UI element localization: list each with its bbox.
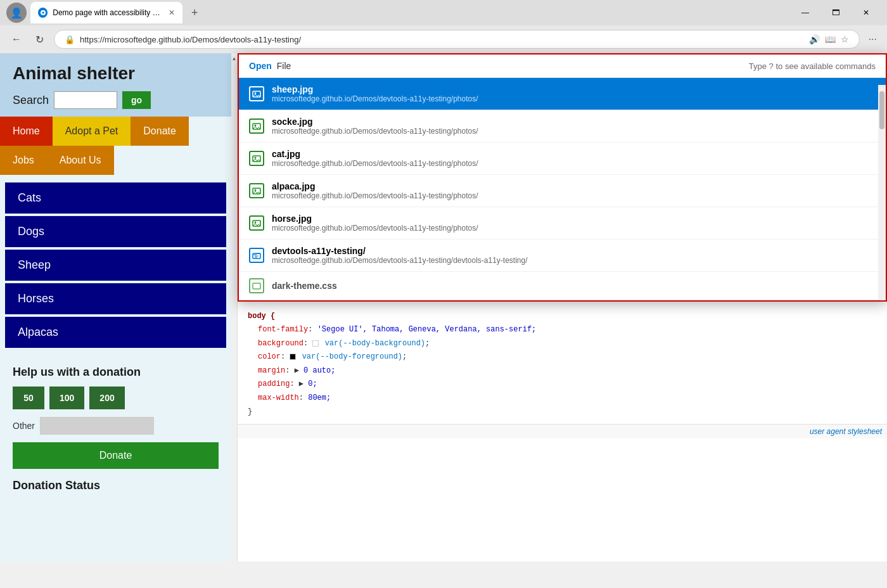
other-label: Other [13, 421, 35, 431]
prop-color: color [258, 352, 281, 361]
amount-200[interactable]: 200 [89, 387, 124, 409]
animal-alpacas[interactable]: Alpacas [5, 317, 226, 348]
val-background: var(--body-background) [325, 339, 425, 348]
url-icons: 🔊 📖 ☆ [809, 34, 849, 44]
nav-donate[interactable]: Donate [131, 117, 189, 146]
address-bar: ← ↻ 🔒 https://microsoftedge.github.io/De… [0, 25, 887, 53]
cat-file-path: microsoftedge.github.io/Demos/devtools-a… [272, 159, 478, 168]
tab-title: Demo page with accessibility issu [53, 8, 161, 17]
profile-icon[interactable]: 👤 [6, 3, 27, 23]
main-area: Animal shelter Search go Home Adopt a Pe… [0, 53, 887, 561]
scrollbar-thumb[interactable] [879, 91, 884, 129]
svg-point-4 [255, 125, 257, 127]
animal-dogs[interactable]: Dogs [5, 216, 226, 247]
file-item-horse[interactable]: horse.jpg microsoftedge.github.io/Demos/… [239, 207, 886, 240]
file-label: File [277, 61, 291, 71]
alpaca-file-info: alpaca.jpg microsoftedge.github.io/Demos… [272, 181, 478, 200]
val-margin: 0 auto; [303, 366, 335, 375]
style-margin: margin: ▶ 0 auto; [258, 364, 877, 378]
file-item-devtools-folder[interactable]: devtools-a11y-testing/ microsoftedge.git… [239, 240, 886, 272]
svg-rect-14 [253, 283, 260, 289]
sheep-file-icon [249, 86, 264, 101]
donate-button[interactable]: Donate [13, 442, 219, 469]
nav-menu: Home Adopt a Pet Donate Jobs About Us [0, 117, 231, 175]
file-item-sheep[interactable]: sheep.jpg microsoftedge.github.io/Demos/… [239, 78, 886, 110]
close-button[interactable]: ✕ [852, 3, 881, 22]
back-button[interactable]: ← [8, 31, 25, 48]
socke-file-path: microsoftedge.github.io/Demos/devtools-a… [272, 127, 478, 136]
devtools-folder-name: devtools-a11y-testing/ [272, 246, 528, 256]
amount-50[interactable]: 50 [13, 387, 44, 409]
maximize-button[interactable]: 🗖 [821, 3, 850, 22]
margin-arrow: ▶ [295, 364, 299, 378]
url-bar[interactable]: 🔒 https://microsoftedge.github.io/Demos/… [54, 30, 860, 49]
animal-horses[interactable]: Horses [5, 283, 226, 314]
devtools-panel: ↖ 📱 ⌂ </> Elements ⊡ ⚙ 📡 ⏱ 🔧 ⬜ + ⋯ ? ✕ <… [238, 53, 887, 561]
donation-section: Help us with a donation 50 100 200 Other… [0, 355, 231, 479]
donation-status-section: Donation Status [0, 479, 231, 502]
refresh-button[interactable]: ↻ [32, 31, 48, 48]
active-tab[interactable]: Demo page with accessibility issu ✕ [30, 2, 182, 23]
nav-home[interactable]: Home [0, 117, 53, 146]
socke-file-icon [249, 118, 264, 134]
search-input[interactable] [54, 91, 117, 109]
open-file-hint: Type ? to see available commands [749, 61, 876, 71]
read-aloud-icon[interactable]: 🔊 [809, 34, 820, 44]
other-amount-input[interactable] [40, 417, 154, 435]
svg-point-10 [255, 222, 257, 224]
overlay-scrollbar[interactable] [878, 85, 886, 300]
prop-font-family: font-family [258, 325, 308, 334]
file-item-alpaca[interactable]: alpaca.jpg microsoftedge.github.io/Demos… [239, 175, 886, 207]
devtools-status-bar: user agent stylesheet [238, 424, 887, 438]
open-file-input[interactable] [293, 61, 748, 71]
svg-point-6 [255, 157, 257, 159]
file-list: sheep.jpg microsoftedge.github.io/Demos/… [239, 78, 886, 300]
bg-color-swatch [312, 340, 319, 347]
reader-mode-icon[interactable]: 📖 [825, 34, 836, 44]
donation-status-title: Donation Status [13, 479, 219, 492]
horse-file-name: horse.jpg [272, 214, 478, 224]
sheep-file-info: sheep.jpg microsoftedge.github.io/Demos/… [272, 84, 478, 103]
more-tools-button[interactable]: ··· [866, 31, 879, 48]
shelter-title: Animal shelter [13, 63, 219, 84]
search-row: Search go [13, 91, 219, 109]
alpaca-file-path: microsoftedge.github.io/Demos/devtools-a… [272, 191, 478, 200]
other-amount-row: Other [13, 417, 219, 435]
animal-cats[interactable]: Cats [5, 182, 226, 214]
url-text: https://microsoftedge.github.io/Demos/de… [80, 35, 804, 44]
animal-sheep[interactable]: Sheep [5, 250, 226, 281]
go-button[interactable]: go [122, 91, 151, 109]
css-rules-panel: element.style body { font-family: 'Segoe… [238, 286, 887, 424]
cat-file-name: cat.jpg [272, 149, 478, 159]
padding-arrow: ▶ [299, 380, 303, 388]
open-file-dialog: Open File Type ? to see available comman… [238, 53, 887, 302]
window-controls: — 🗖 ✕ [791, 3, 881, 22]
folder-file-icon [249, 248, 264, 263]
horse-file-icon [249, 215, 264, 231]
file-item-socke[interactable]: socke.jpg microsoftedge.github.io/Demos/… [239, 110, 886, 143]
minimize-button[interactable]: — [791, 3, 820, 22]
file-item-dark-theme[interactable]: dark-theme.css [239, 272, 886, 300]
nav-about[interactable]: About Us [47, 146, 114, 175]
nav-jobs[interactable]: Jobs [0, 146, 47, 175]
favorites-icon[interactable]: ☆ [841, 34, 849, 44]
socke-file-name: socke.jpg [272, 117, 478, 127]
devtools-folder-path: microsoftedge.github.io/Demos/devtools-a… [272, 256, 528, 265]
nav-adopt[interactable]: Adopt a Pet [53, 117, 131, 146]
style-max-width: max-width: 80em; [258, 392, 877, 406]
file-item-cat[interactable]: cat.jpg microsoftedge.github.io/Demos/de… [239, 143, 886, 175]
tab-strip: 👤 Demo page with accessibility issu ✕ + [6, 2, 786, 23]
scroll-up-arrow[interactable]: ▲ [232, 56, 237, 61]
prop-max-width: max-width [258, 393, 299, 402]
sheep-file-path: microsoftedge.github.io/Demos/devtools-a… [272, 94, 478, 103]
donation-amounts: 50 100 200 [13, 387, 219, 409]
val-color: var(--body-foreground) [302, 352, 402, 361]
donation-title: Help us with a donation [13, 366, 219, 379]
socke-file-info: socke.jpg microsoftedge.github.io/Demos/… [272, 117, 478, 136]
val-padding: 0; [308, 380, 317, 388]
new-tab-button[interactable]: + [186, 4, 203, 22]
style-background: background: var(--body-background); [258, 337, 877, 351]
tab-close-button[interactable]: ✕ [169, 8, 175, 17]
amount-100[interactable]: 100 [49, 387, 84, 409]
color-swatch [290, 354, 296, 360]
